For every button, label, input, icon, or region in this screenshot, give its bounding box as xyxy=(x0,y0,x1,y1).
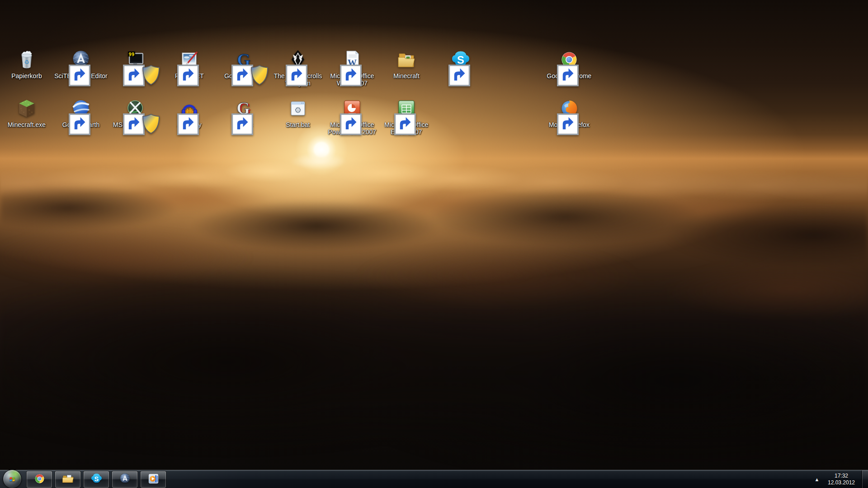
shortcut-arrow-icon xyxy=(177,113,184,120)
fraps-icon: 99 xyxy=(124,49,146,70)
batch-icon: ⚙ xyxy=(287,98,309,119)
paintnet-icon xyxy=(179,49,200,70)
desktop-icon-microsoft-office-excel-2007[interactable]: Microsoft Office Excel 2007 xyxy=(380,98,433,136)
desktop-icon-microsoft-office-word-2007[interactable]: WMicrosoft Office Word 2007 xyxy=(326,49,379,87)
desktop-icon-google-earth[interactable]: Google Earth xyxy=(54,98,108,128)
desktop-icon-gothic-ii-gold[interactable]: GGothic II Gold xyxy=(217,49,270,80)
svg-text:⚙: ⚙ xyxy=(294,106,302,115)
msi-afterburner-icon xyxy=(124,98,146,119)
desktop-icon-label: Minecraft xyxy=(380,72,433,80)
show-hidden-icons-button[interactable]: ▲ xyxy=(811,470,823,488)
svg-text:99: 99 xyxy=(128,52,134,57)
shortcut-arrow-icon xyxy=(123,65,130,71)
gothic2-icon: G xyxy=(233,49,255,70)
desktop-icon-msi-afterburner[interactable]: MSI Afterburner xyxy=(108,98,162,128)
shortcut-arrow-icon xyxy=(69,113,75,120)
desktop-icon-minecraft-exe[interactable]: Minecraft.exe xyxy=(0,98,53,128)
taskbar-button-windows-explorer[interactable] xyxy=(55,471,81,488)
gothic-icon: GG xyxy=(233,98,255,119)
taskbar-button-skype[interactable]: S xyxy=(83,471,109,488)
desktop-icon-label: Minecraft.exe xyxy=(0,121,53,128)
desktop-icon-audacity[interactable]: Audacity xyxy=(163,98,216,128)
word-icon: W xyxy=(341,49,363,70)
shortcut-arrow-icon xyxy=(286,65,292,71)
folder-minecraft-icon xyxy=(396,49,417,70)
desktop-icon-the-elder-scrolls-v-skyrim[interactable]: The Elder Scrolls V Skyrim xyxy=(271,49,325,87)
desktop-icon-label: Start.bat xyxy=(271,121,325,128)
start-button[interactable] xyxy=(3,469,22,488)
desktop-icon-start-bat[interactable]: ⚙Start.bat xyxy=(271,98,325,128)
chrome-icon xyxy=(33,472,46,487)
chrome-icon xyxy=(558,49,580,70)
shortcut-arrow-icon xyxy=(557,113,564,120)
system-tray: ▲ 17:32 12.03.2012 xyxy=(811,470,868,488)
explorer-icon xyxy=(61,472,75,487)
taskbar: S ▲ 17:32 12.03.2012 xyxy=(0,470,868,488)
svg-text:S: S xyxy=(457,54,464,66)
windows-logo-icon xyxy=(7,474,18,484)
taskbar-button-windows-media-player[interactable] xyxy=(140,471,166,488)
skyrim-icon xyxy=(287,49,309,70)
uac-shield-icon xyxy=(140,113,147,121)
svg-text:S: S xyxy=(94,475,99,482)
desktop-icon-paint-net[interactable]: Paint.NET xyxy=(163,49,216,80)
shortcut-arrow-icon xyxy=(394,113,401,120)
skype-icon: S xyxy=(450,49,472,70)
desktop-icon-scite-script-editor[interactable]: SciTE Script Editor xyxy=(54,49,108,80)
wallpaper-dark-clouds xyxy=(0,172,868,488)
desktop-icon-mozilla-firefox[interactable]: Mozilla Firefox xyxy=(542,98,596,128)
powerpoint-icon xyxy=(341,98,363,119)
taskbar-button-google-chrome[interactable] xyxy=(26,471,52,488)
taskbar-clock[interactable]: 17:32 12.03.2012 xyxy=(823,473,862,486)
desktop[interactable]: ♻PapierkorbSciTE Script Editor99FrapsPai… xyxy=(0,0,868,488)
svg-text:♻: ♻ xyxy=(24,59,29,66)
desktop-icon-papierkorb[interactable]: ♻Papierkorb xyxy=(0,49,53,80)
recycle-bin-icon: ♻ xyxy=(16,49,38,70)
taskbar-button-scite[interactable] xyxy=(112,471,138,488)
minecraft-block-icon xyxy=(16,98,38,119)
desktop-icon-skype[interactable]: SSkype xyxy=(434,49,487,80)
desktop-icon-gothic[interactable]: GGGothic xyxy=(217,98,270,128)
excel-icon xyxy=(396,98,417,119)
shortcut-arrow-icon xyxy=(340,65,347,71)
shortcut-arrow-icon xyxy=(231,113,238,120)
show-desktop-button[interactable] xyxy=(862,470,868,488)
skype-icon: S xyxy=(90,472,103,487)
desktop-icon-minecraft[interactable]: Minecraft xyxy=(380,49,433,80)
shortcut-arrow-icon xyxy=(231,65,238,71)
shortcut-arrow-icon xyxy=(448,65,455,71)
desktop-icon-label: Papierkorb xyxy=(0,72,53,80)
shortcut-arrow-icon xyxy=(177,65,184,71)
clock-date: 12.03.2012 xyxy=(823,479,860,486)
google-earth-icon xyxy=(70,98,92,119)
shortcut-arrow-icon xyxy=(123,113,130,120)
shortcut-arrow-icon xyxy=(340,113,347,120)
uac-shield-icon xyxy=(249,64,255,72)
clock-time: 17:32 xyxy=(823,473,860,479)
desktop-icon-google-chrome[interactable]: Google Chrome xyxy=(542,49,596,80)
desktop-icon-microsoft-office-powerpoint-2007[interactable]: Microsoft Office PowerPoint 2007 xyxy=(326,98,379,136)
firefox-icon xyxy=(558,98,580,119)
shortcut-arrow-icon xyxy=(557,65,564,71)
scite-icon xyxy=(118,472,132,487)
uac-shield-icon xyxy=(140,64,147,72)
taskbar-button-group: S xyxy=(26,471,166,488)
shortcut-arrow-icon xyxy=(69,65,75,71)
wmp-icon xyxy=(147,472,160,487)
scite-icon xyxy=(70,49,92,70)
audacity-icon xyxy=(179,98,200,119)
desktop-icon-fraps[interactable]: 99Fraps xyxy=(108,49,162,80)
